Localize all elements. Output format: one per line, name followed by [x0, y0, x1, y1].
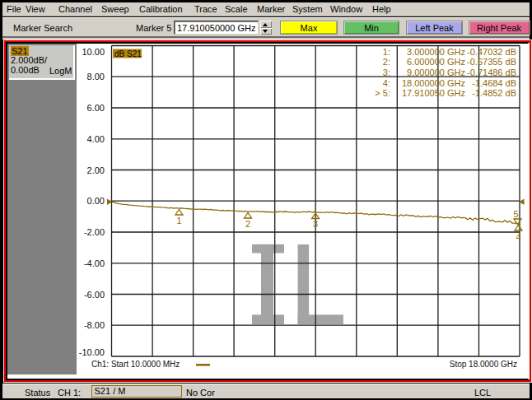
svg-text:8.00: 8.00: [87, 72, 105, 81]
svg-text:-1.4684 dB: -1.4684 dB: [472, 78, 516, 88]
svg-text:Ch1: Start 10.0000 MHz: Ch1: Start 10.0000 MHz: [91, 360, 180, 369]
svg-text:2:: 2:: [383, 57, 390, 67]
svg-text:-1.4852 dB: -1.4852 dB: [472, 88, 516, 98]
svg-text:3:: 3:: [383, 67, 390, 77]
svg-text:2.00: 2.00: [87, 165, 105, 175]
svg-text:9.000000 GHz: 9.000000 GHz: [407, 67, 465, 77]
svg-text:> 5:: > 5:: [375, 88, 390, 98]
svg-text:4: 4: [516, 232, 520, 242]
svg-text:-4.00: -4.00: [84, 258, 105, 268]
svg-text:-8.00: -8.00: [84, 320, 105, 330]
svg-text:18.000000 GHz: 18.000000 GHz: [402, 78, 465, 88]
svg-text:4:: 4:: [383, 78, 390, 88]
svg-text:17.910050 GHz: 17.910050 GHz: [402, 88, 465, 98]
svg-text:dB S21: dB S21: [114, 49, 142, 58]
svg-text:-10.00: -10.00: [79, 347, 105, 357]
svg-text:Stop 18.0000 GHz: Stop 18.0000 GHz: [450, 360, 517, 369]
svg-text:1:: 1:: [383, 47, 390, 57]
svg-text:-6.00: -6.00: [84, 290, 105, 300]
svg-text:-0.71486 dB: -0.71486 dB: [467, 67, 516, 77]
svg-text:2: 2: [245, 219, 250, 229]
svg-text:-2.00: -2.00: [84, 227, 105, 237]
svg-text:6.000000 GHz: 6.000000 GHz: [407, 57, 465, 67]
svg-text:0.00: 0.00: [87, 196, 105, 206]
svg-text:-0.67355 dB: -0.67355 dB: [467, 57, 516, 67]
svg-text:3.000000 GHz: 3.000000 GHz: [407, 47, 465, 57]
svg-text:1: 1: [176, 216, 181, 226]
svg-text:-0.47032 dB: -0.47032 dB: [467, 47, 516, 57]
svg-text:4.00: 4.00: [87, 134, 105, 144]
svg-text:3: 3: [313, 219, 318, 229]
svg-text:6.00: 6.00: [87, 103, 105, 113]
svg-text:5: 5: [513, 209, 518, 219]
svg-text:10.00: 10.00: [82, 47, 105, 57]
